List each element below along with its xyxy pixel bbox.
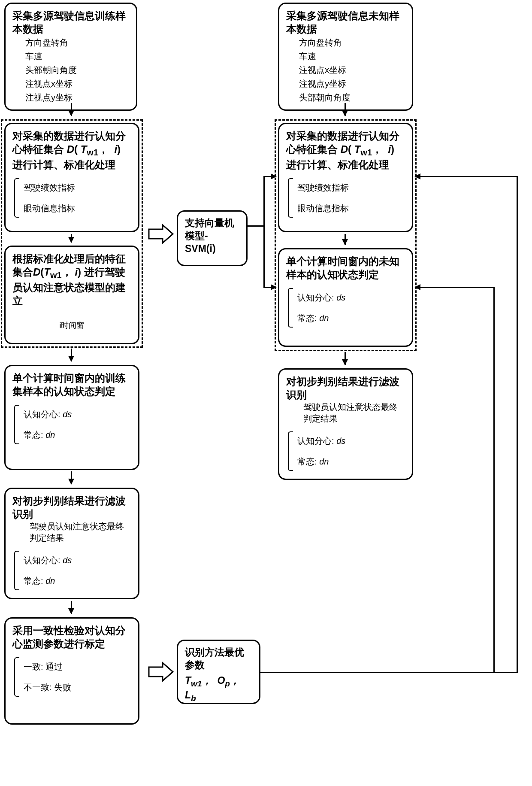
svg-marker-0 [149,225,173,243]
arrow-l5-l6 [71,601,72,614]
l-feedback-v-outer [517,176,518,673]
r4-item-0: 认知分心: ds [292,431,405,451]
box-left-1: 采集多源驾驶信息训练样本数据 方向盘转角 车速 头部朝向角度 注视点x坐标 注视… [4,3,137,111]
l-svm-v [263,176,265,288]
arrow-l3-l4 [71,349,72,361]
r2-title: 对采集的数据进行认知分心特征集合 D( Tw1， i) 进行计算、标准化处理 [286,129,405,171]
r2-item-0: 驾驶绩效指标 [292,177,405,198]
r1-item-4: 头部朝向角度 [286,91,405,104]
r3-bracket: 认知分心: ds 常态: dn [289,285,405,331]
l-svm-split [248,225,265,227]
r3-title: 单个计算时间窗内的未知样本的认知状态判定 [286,255,405,281]
r1-title: 采集多源驾驶信息未知样本数据 [286,9,405,36]
box-left-6: 采用一致性检验对认知分心监测参数进行标定 一致: 通过 不一致: 失败 [4,617,139,725]
r4-title: 对初步判别结果进行滤波识别 [286,375,405,401]
b1-title: 采集多源驾驶信息训练样本数据 [12,9,129,36]
box-left-5: 对初步判别结果进行滤波识别 驾驶员认知注意状态最终判定结果 认知分心: ds 常… [4,488,139,599]
box-left-2: 对采集的数据进行认知分心特征集合 D( Tw1， i) 进行计算、标准化处理 驾… [4,123,139,232]
box-svm: 支持向量机模型- SVM(i) [177,210,248,266]
b2-title: 对采集的数据进行认知分心特征集合 D( Tw1， i) 进行计算、标准化处理 [12,129,131,171]
box-right-1: 采集多源驾驶信息未知样本数据 方向盘转角 车速 注视点x坐标 注视点y坐标 头部… [278,3,413,111]
l-feedback-v-inner [493,287,495,673]
box-right-3: 单个计算时间窗内的未知样本的认知状态判定 认知分心: ds 常态: dn [278,248,413,347]
b2-bracket: 驾驶绩效指标 眼动信息指标 [15,175,131,221]
b3-note: i时间窗 [12,320,131,331]
arrow-r1-r2 [345,103,346,116]
r4-sub: 驾驶员认知注意状态最终判定结果 [286,401,405,425]
b1-item-3: 注视点x坐标 [12,77,129,91]
b5-bracket: 认知分心: ds 常态: dn [15,547,131,594]
r1-item-2: 注视点x坐标 [286,63,405,77]
box-right-4: 对初步判别结果进行滤波识别 驾驶员认知注意状态最终判定结果 认知分心: ds 常… [278,368,413,480]
b5-sub: 驾驶员认知注意状态最终判定结果 [12,521,131,544]
b6-title: 采用一致性检验对认知分心监测参数进行标定 [12,624,131,650]
arrow-r3-r4 [345,352,346,365]
box-left-3: 根据标准化处理后的特征集合D(Tw1， i) 进行驾驶员认知注意状态模型的建立 … [4,246,139,344]
arrow-l4-l5 [71,471,72,484]
block-arrow-to-opt [148,661,174,683]
b5-item-0: 认知分心: ds [18,550,131,571]
b2-item-1: 眼动信息指标 [18,198,131,219]
b1-item-4: 注视点y坐标 [12,91,129,104]
block-arrow-to-svm [148,223,174,245]
svg-marker-1 [149,663,173,681]
b6-item-0: 一致: 通过 [18,656,131,677]
box-left-4: 单个计算时间窗内的训练集样本的认知状态判定 认知分心: ds 常态: dn [4,365,139,470]
opt-params: Tw1， Op， Lb [185,674,252,704]
arrow-r2-r3 [345,234,346,245]
arrow-feedback-r3 [415,287,493,288]
b6-item-1: 不一致: 失败 [18,677,131,698]
opt-title: 识别方法最优参数 [185,646,252,672]
b5-title: 对初步判别结果进行滤波识别 [12,494,131,521]
arrow-l1-l2 [71,103,72,116]
l-opt-h2 [260,672,495,673]
r1-item-0: 方向盘转角 [286,36,405,49]
b4-item-1: 常态: dn [18,425,131,445]
b1-item-0: 方向盘转角 [12,36,129,49]
b1-item-2: 头部朝向角度 [12,63,129,77]
r3-item-1: 常态: dn [292,308,405,328]
b4-item-0: 认知分心: ds [18,404,131,425]
b4-bracket: 认知分心: ds 常态: dn [15,401,131,448]
r4-bracket: 认知分心: ds 常态: dn [289,428,405,474]
b4-title: 单个计算时间窗内的训练集样本的认知状态判定 [12,371,131,398]
r4-item-1: 常态: dn [292,451,405,472]
b2-item-0: 驾驶绩效指标 [18,177,131,198]
r1-item-1: 车速 [286,49,405,63]
b5-item-1: 常态: dn [18,571,131,591]
arrow-l2-l3 [71,234,72,243]
box-opt-params: 识别方法最优参数 Tw1， Op， Lb [177,640,260,704]
r1-item-3: 注视点y坐标 [286,77,405,91]
arrow-feedback-r2 [415,176,517,177]
b3-title: 根据标准化处理后的特征集合D(Tw1， i) 进行驾驶员认知注意状态模型的建立 [12,252,131,307]
r3-item-0: 认知分心: ds [292,287,405,308]
svm-title: 支持向量机模型- SVM(i) [185,217,239,255]
r2-item-1: 眼动信息指标 [292,198,405,219]
r2-bracket: 驾驶绩效指标 眼动信息指标 [289,175,405,221]
b1-item-1: 车速 [12,49,129,63]
box-right-2: 对采集的数据进行认知分心特征集合 D( Tw1， i) 进行计算、标准化处理 驾… [278,123,413,232]
b6-bracket: 一致: 通过 不一致: 失败 [15,654,131,700]
